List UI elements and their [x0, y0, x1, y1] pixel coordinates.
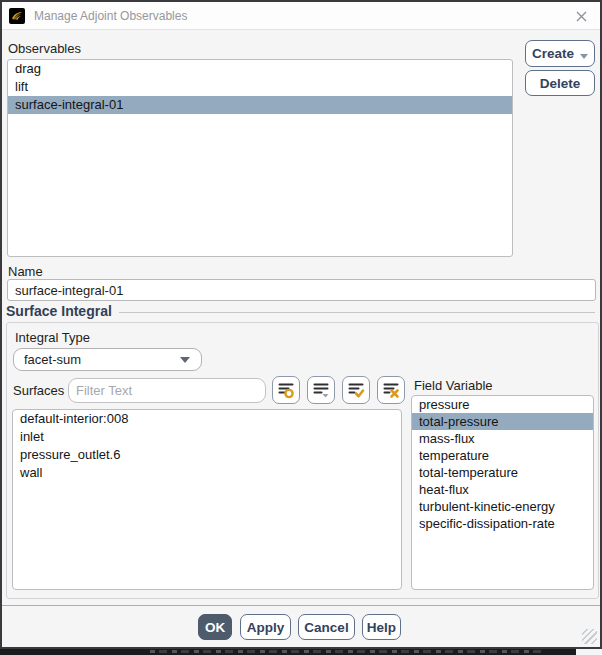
- list-item[interactable]: specific-dissipation-rate: [412, 515, 593, 532]
- fluent-logo-icon: [9, 8, 25, 24]
- resize-grip[interactable]: [582, 629, 597, 644]
- integral-type-dropdown[interactable]: facet-sum: [13, 348, 202, 371]
- list-item[interactable]: lift: [8, 78, 512, 96]
- background-window-edge: [0, 649, 602, 655]
- footer-separator: [2, 605, 600, 606]
- surfaces-label: Surfaces: [13, 383, 64, 398]
- select-all-icon[interactable]: [342, 376, 370, 404]
- group-title-rule: [119, 312, 595, 313]
- integral-type-value: facet-sum: [24, 352, 81, 367]
- list-item[interactable]: pressure: [412, 396, 593, 413]
- surfaces-list: default-interior:008 inlet pressure_outl…: [12, 409, 402, 590]
- field-variable-label: Field Variable: [414, 378, 493, 393]
- name-input[interactable]: [7, 279, 596, 301]
- list-item[interactable]: default-interior:008: [13, 410, 401, 428]
- background-window-noise: [0, 649, 576, 655]
- list-item[interactable]: pressure_outlet.6: [13, 446, 401, 464]
- list-item[interactable]: drag: [8, 60, 512, 78]
- delete-button[interactable]: Delete: [525, 70, 595, 96]
- observables-label: Observables: [8, 41, 81, 56]
- filter-options-icon[interactable]: [272, 376, 300, 404]
- integral-type-label: Integral Type: [15, 330, 90, 345]
- ok-button-label: OK: [205, 620, 225, 635]
- ok-button[interactable]: OK: [198, 614, 232, 640]
- apply-button[interactable]: Apply: [240, 614, 291, 640]
- dropdown-arrow-icon: [180, 357, 190, 363]
- list-item-selected[interactable]: total-pressure: [412, 413, 593, 430]
- list-display-options-icon[interactable]: [307, 376, 335, 404]
- list-item[interactable]: total-temperature: [412, 464, 593, 481]
- create-button-label: Create: [532, 46, 574, 61]
- observables-list: drag lift surface-integral-01: [7, 59, 513, 257]
- list-item[interactable]: temperature: [412, 447, 593, 464]
- list-item[interactable]: inlet: [13, 428, 401, 446]
- surfaces-filter-input[interactable]: [68, 378, 266, 403]
- delete-button-label: Delete: [540, 76, 581, 91]
- chevron-down-icon: [580, 54, 588, 59]
- name-label: Name: [8, 264, 43, 279]
- list-item[interactable]: heat-flux: [412, 481, 593, 498]
- window-title: Manage Adjoint Observables: [34, 9, 187, 23]
- field-variable-list: pressure total-pressure mass-flux temper…: [411, 395, 594, 590]
- cancel-button-label: Cancel: [304, 620, 348, 635]
- help-button[interactable]: Help: [362, 614, 401, 640]
- apply-button-label: Apply: [247, 620, 285, 635]
- surface-integral-title: Surface Integral: [6, 303, 112, 319]
- cancel-button[interactable]: Cancel: [298, 614, 355, 640]
- deselect-all-icon[interactable]: [377, 376, 405, 404]
- screen: Manage Adjoint Observables Observables d…: [0, 0, 602, 655]
- create-button[interactable]: Create: [525, 40, 595, 67]
- list-item[interactable]: wall: [13, 464, 401, 482]
- list-item[interactable]: mass-flux: [412, 430, 593, 447]
- manage-adjoint-observables-dialog: Manage Adjoint Observables Observables d…: [0, 0, 602, 649]
- title-bar[interactable]: Manage Adjoint Observables: [2, 2, 600, 30]
- list-item[interactable]: turbulent-kinetic-energy: [412, 498, 593, 515]
- list-item-selected[interactable]: surface-integral-01: [8, 96, 512, 114]
- help-button-label: Help: [367, 620, 396, 635]
- close-icon[interactable]: [571, 6, 591, 26]
